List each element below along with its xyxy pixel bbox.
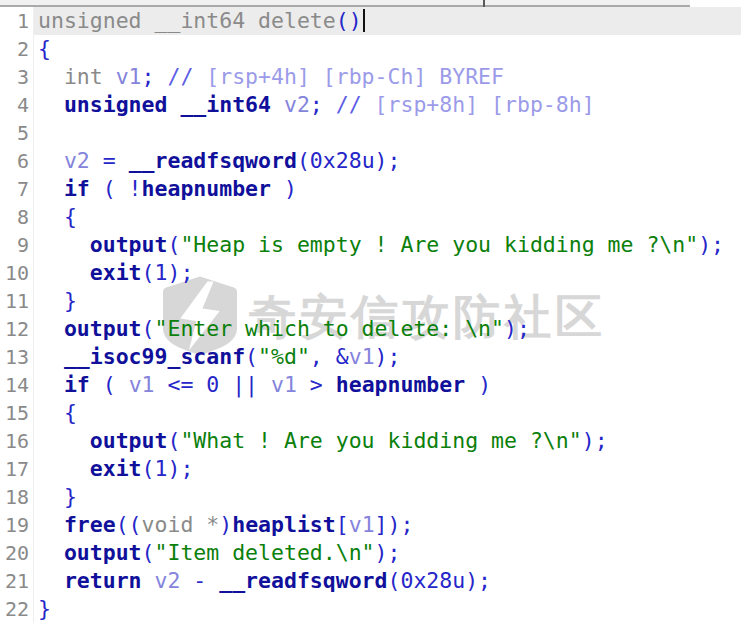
code-line-text[interactable]: unsigned __int64 delete() [34,7,741,35]
code-line[interactable]: 11 } [0,287,741,315]
line-number: 12 [0,315,34,343]
line-number: 5 [0,119,34,147]
code-line[interactable]: 13 __isoc99_scanf("%d", &v1); [0,343,741,371]
line-number: 21 [0,567,34,595]
line-number: 13 [0,343,34,371]
code-line[interactable]: 17 exit(1); [0,455,741,483]
line-number: 10 [0,259,34,287]
code-line-text[interactable]: free((void *)heaplist[v1]); [34,511,741,539]
code-line-text[interactable]: output("What ! Are you kidding me ?\n"); [34,427,741,455]
code-line-text[interactable]: { [34,399,741,427]
line-number: 16 [0,427,34,455]
line-number: 19 [0,511,34,539]
code-line[interactable]: 5 [0,119,741,147]
code-line-text[interactable]: { [34,35,741,63]
code-line-text[interactable]: output("Enter which to delete: \n"); [34,315,741,343]
code-line[interactable]: 6 v2 = __readfsqword(0x28u); [0,147,741,175]
code-line-text[interactable]: __isoc99_scanf("%d", &v1); [34,343,741,371]
line-number: 1 [0,7,34,35]
code-line-text[interactable]: { [34,203,741,231]
code-line[interactable]: 8 { [0,203,741,231]
line-number: 4 [0,91,34,119]
text-cursor [363,9,365,32]
line-number: 11 [0,287,34,315]
code-line[interactable]: 7 if ( !heapnumber ) [0,175,741,203]
line-number: 3 [0,63,34,91]
code-line-text[interactable]: if ( !heapnumber ) [34,175,741,203]
code-line[interactable]: 15 { [0,399,741,427]
code-line[interactable]: 19 free((void *)heaplist[v1]); [0,511,741,539]
line-number: 17 [0,455,34,483]
code-line[interactable]: 16 output("What ! Are you kidding me ?\n… [0,427,741,455]
code-line-text[interactable]: unsigned __int64 v2; // [rsp+8h] [rbp-8h… [34,91,741,119]
code-line-text[interactable]: exit(1); [34,455,741,483]
code-line[interactable]: 2{ [0,35,741,63]
code-line-text[interactable] [34,119,741,147]
code-line-text[interactable]: v2 = __readfsqword(0x28u); [34,147,741,175]
line-number: 9 [0,231,34,259]
code-line-text[interactable]: return v2 - __readfsqword(0x28u); [34,567,741,595]
line-number: 20 [0,539,34,567]
code-line-text[interactable]: } [34,595,741,623]
code-line-text[interactable]: } [34,287,741,315]
code-line[interactable]: 21 return v2 - __readfsqword(0x28u); [0,567,741,595]
code-line[interactable]: 14 if ( v1 <= 0 || v1 > heapnumber ) [0,371,741,399]
code-line[interactable]: 20 output("Item deleted.\n"); [0,539,741,567]
code-line-text[interactable]: output("Item deleted.\n"); [34,539,741,567]
line-number: 8 [0,203,34,231]
code-line[interactable]: 22} [0,595,741,623]
line-number: 14 [0,371,34,399]
tab-separator [483,0,485,7]
code-line[interactable]: 18 } [0,483,741,511]
tab-bottom-edge [0,0,690,7]
code-line-text[interactable]: exit(1); [34,259,741,287]
toolbar-bottom-edge [0,0,741,7]
code-line-text[interactable]: int v1; // [rsp+4h] [rbp-Ch] BYREF [34,63,741,91]
code-line-text[interactable]: output("Heap is empty ! Are you kidding … [34,231,741,259]
code-line[interactable]: 4 unsigned __int64 v2; // [rsp+8h] [rbp-… [0,91,741,119]
code-line[interactable]: 3 int v1; // [rsp+4h] [rbp-Ch] BYREF [0,63,741,91]
code-line[interactable]: 9 output("Heap is empty ! Are you kiddin… [0,231,741,259]
pseudocode-editor[interactable]: 奇安信攻防社区 1unsigned __int64 delete()2{3 in… [0,7,741,623]
line-number: 2 [0,35,34,63]
code-line-text[interactable]: } [34,483,741,511]
line-number: 22 [0,595,34,623]
code-line[interactable]: 10 exit(1); [0,259,741,287]
line-number: 7 [0,175,34,203]
code-line[interactable]: 1unsigned __int64 delete() [0,7,741,35]
line-number: 6 [0,147,34,175]
code-line-text[interactable]: if ( v1 <= 0 || v1 > heapnumber ) [34,371,741,399]
line-number: 15 [0,399,34,427]
line-number: 18 [0,483,34,511]
code-line[interactable]: 12 output("Enter which to delete: \n"); [0,315,741,343]
